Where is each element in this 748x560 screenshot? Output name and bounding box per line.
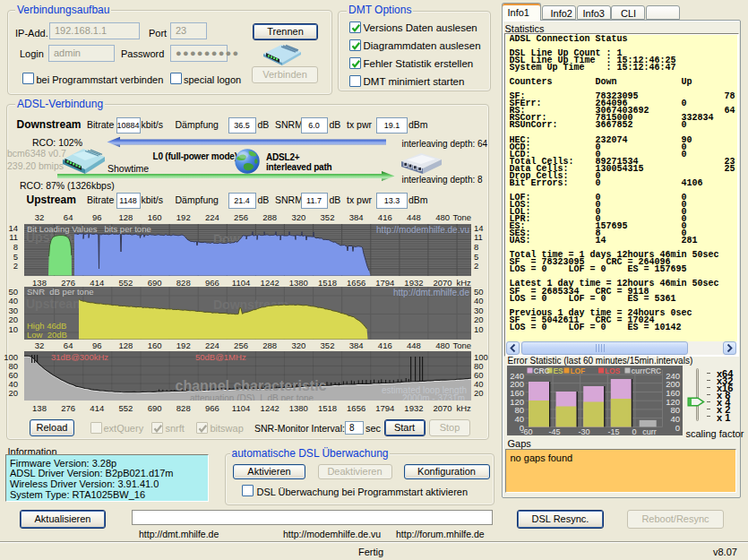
svg-text:Low 20dB: Low 20dB (27, 330, 67, 340)
svg-text:Bit Loading Values bits per: Bit Loading Values bits per tone (27, 224, 151, 234)
svg-text:50dB@1MHz: 50dB@1MHz (195, 352, 246, 362)
svg-text:Upstream: Upstream (26, 297, 84, 311)
svg-text:SNR dB per tone: SNR dB per tone (27, 287, 93, 297)
svg-text:31dB@300kHz: 31dB@300kHz (51, 352, 108, 362)
svg-text:attenuation (DS) | dB per to: attenuation (DS) | dB per tone (190, 393, 314, 401)
svg-text:channel characteristic: channel characteristic (176, 378, 327, 393)
svg-text:http://dmt.mhilfe.de: http://dmt.mhilfe.de (393, 288, 469, 297)
svg-text:2000m - 3731m: 2000m - 3731m (402, 393, 465, 401)
svg-text:http://modemhilfe.de.vu: http://modemhilfe.de.vu (376, 225, 469, 235)
